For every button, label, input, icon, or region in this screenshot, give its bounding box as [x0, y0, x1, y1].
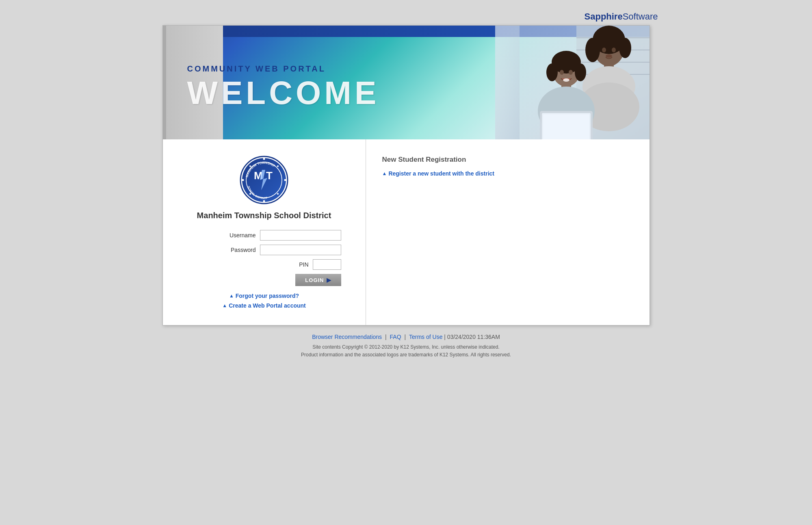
svg-point-32: [263, 158, 265, 160]
svg-point-35: [284, 179, 286, 181]
sapphire-label: Sapphire: [585, 11, 623, 22]
create-account-label: Create a Web Portal account: [229, 302, 306, 309]
svg-point-33: [263, 200, 265, 202]
faq-link[interactable]: FAQ: [390, 334, 401, 340]
main-container: COMMUNITY WEB PORTAL WELCOME: [162, 25, 650, 325]
svg-point-34: [242, 179, 244, 181]
forgot-password-link[interactable]: ▲ Forgot your password?: [229, 293, 299, 299]
content-area: MANHEIM TOWNSHIP SCHOOL DISTRICT M T Man…: [163, 139, 650, 325]
forgot-password-label: Forgot your password?: [236, 293, 299, 299]
copyright-line1: Site contents Copyright © 2012-2020 by K…: [167, 343, 646, 351]
footer: Browser Recommendations | FAQ | Terms of…: [162, 325, 650, 367]
svg-point-39: [277, 193, 279, 195]
sapphire-header: SapphireSoftware: [146, 8, 666, 25]
footer-copyright: Site contents Copyright © 2012-2020 by K…: [167, 343, 646, 359]
terms-link[interactable]: Terms of Use: [409, 334, 442, 340]
login-panel: MANHEIM TOWNSHIP SCHOOL DISTRICT M T Man…: [163, 139, 366, 325]
password-row: Password: [187, 245, 341, 255]
banner-subtitle: COMMUNITY WEB PORTAL: [187, 64, 625, 74]
password-label: Password: [223, 247, 256, 253]
login-button[interactable]: LOGIN ▶: [295, 274, 341, 286]
browser-rec-link[interactable]: Browser Recommendations: [312, 334, 382, 340]
registration-panel: New Student Registration ▲ Register a ne…: [366, 139, 650, 325]
pin-row: PIN: [187, 259, 341, 270]
svg-point-37: [277, 165, 279, 167]
create-account-link[interactable]: ▲ Create a Web Portal account: [222, 302, 305, 309]
district-name: Manheim Township School District: [197, 211, 331, 220]
footer-links: Browser Recommendations | FAQ | Terms of…: [167, 334, 646, 340]
pin-label: PIN: [276, 261, 309, 268]
create-arrow-icon: ▲: [222, 303, 227, 308]
software-label: Software: [623, 11, 658, 22]
username-label: Username: [223, 232, 256, 239]
banner-welcome: WELCOME: [187, 77, 625, 109]
banner: COMMUNITY WEB PORTAL WELCOME: [163, 26, 650, 139]
register-arrow-icon: ▲: [382, 171, 387, 176]
separator-2: |: [404, 334, 407, 340]
login-button-row: LOGIN ▶: [187, 274, 341, 286]
password-input[interactable]: [260, 245, 341, 255]
pin-input[interactable]: [313, 259, 341, 270]
username-input[interactable]: [260, 230, 341, 241]
login-form: Username Password PIN LOGIN ▶: [187, 230, 341, 293]
forgot-arrow-icon: ▲: [229, 293, 234, 299]
portal-links: ▲ Forgot your password? ▲ Create a Web P…: [222, 293, 305, 309]
registration-title: New Student Registration: [382, 156, 633, 164]
footer-date: | 03/24/2020 11:36AM: [444, 334, 500, 340]
login-button-label: LOGIN: [305, 277, 324, 283]
register-student-link[interactable]: ▲ Register a new student with the distri…: [382, 170, 633, 177]
district-logo: MANHEIM TOWNSHIP SCHOOL DISTRICT M T: [240, 156, 288, 204]
login-arrow-icon: ▶: [327, 277, 331, 283]
copyright-line2: Product information and the associated l…: [167, 351, 646, 359]
sapphire-logo: SapphireSoftware: [585, 11, 658, 22]
svg-text:T: T: [266, 169, 273, 182]
username-row: Username: [187, 230, 341, 241]
register-student-label: Register a new student with the district: [388, 170, 494, 177]
banner-content: COMMUNITY WEB PORTAL WELCOME: [163, 44, 650, 121]
separator-1: |: [385, 334, 388, 340]
